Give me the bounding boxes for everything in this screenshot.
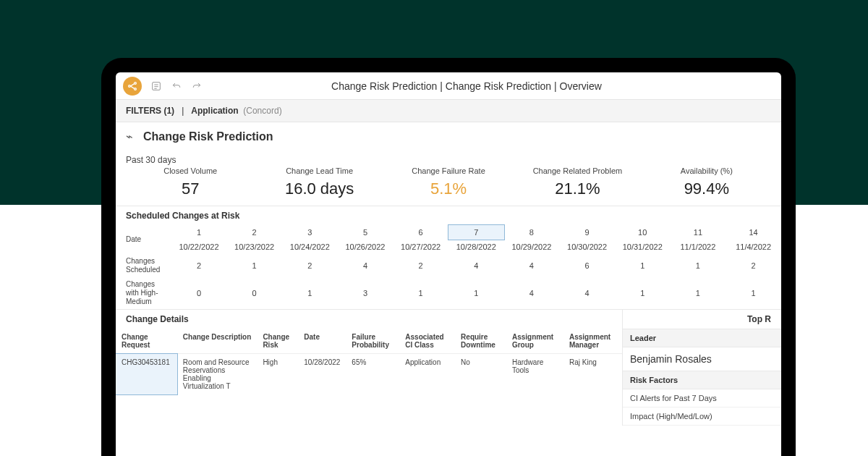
change-details-title: Change Details: [126, 314, 189, 324]
column-header[interactable]: Date: [298, 329, 346, 354]
data-cell[interactable]: 1: [448, 277, 504, 309]
kpi-card[interactable]: Change Lead Time16.0 days: [255, 166, 383, 198]
column-date-cell[interactable]: 10/31/2022: [615, 240, 671, 254]
time-range-label: Past 30 days: [116, 151, 781, 166]
change-request-cell[interactable]: CHG30453181: [116, 354, 177, 395]
data-cell[interactable]: 4: [448, 254, 504, 277]
assignment-group-cell: Hardware Tools: [506, 354, 563, 395]
data-cell[interactable]: 1: [671, 277, 726, 309]
undo-icon[interactable]: [171, 80, 182, 92]
column-count-cell[interactable]: 14: [726, 225, 781, 240]
data-cell[interactable]: 0: [171, 277, 227, 309]
right-panel: Top R Leader Benjamin Rosales Risk Facto…: [622, 310, 781, 426]
column-count-cell[interactable]: 1: [171, 225, 227, 240]
column-date-cell[interactable]: 11/1/2022: [671, 240, 726, 254]
data-cell[interactable]: 2: [282, 254, 338, 277]
data-cell[interactable]: 1: [282, 277, 338, 309]
filter-key: Application: [191, 106, 238, 116]
data-cell[interactable]: 3: [338, 277, 393, 309]
data-cell[interactable]: 0: [226, 277, 282, 309]
table-row[interactable]: CHG30453181 Room and Resource Reservatio…: [116, 354, 622, 395]
data-cell[interactable]: 2: [171, 254, 227, 277]
kpi-label: Closed Volume: [126, 166, 255, 175]
table-row: Changes Scheduled21242446112: [116, 254, 781, 277]
column-header[interactable]: Require Downtime: [455, 329, 506, 354]
data-cell[interactable]: 2: [726, 254, 781, 277]
svg-point-0: [129, 85, 131, 87]
data-cell[interactable]: 6: [559, 254, 615, 277]
column-count-cell[interactable]: 3: [282, 225, 338, 240]
column-count-cell[interactable]: 5: [338, 225, 393, 240]
kpi-card[interactable]: Change Related Problem21.1%: [513, 166, 642, 198]
data-cell[interactable]: 1: [671, 254, 726, 277]
leader-value: Benjamin Rosales: [623, 347, 781, 371]
kpi-value: 21.1%: [513, 180, 642, 198]
leader-header: Leader: [623, 329, 781, 347]
table-row: Change RequestChange DescriptionChange R…: [116, 329, 622, 354]
column-count-cell[interactable]: 11: [671, 225, 726, 240]
change-details-table: Change RequestChange DescriptionChange R…: [116, 329, 622, 394]
kpi-row: Closed Volume57Change Lead Time16.0 days…: [116, 166, 781, 206]
data-cell[interactable]: 1: [226, 254, 282, 277]
date-header: Date: [116, 225, 171, 254]
data-cell[interactable]: 1: [615, 254, 671, 277]
kpi-label: Availability (%): [642, 166, 771, 175]
kpi-card[interactable]: Closed Volume57: [126, 166, 255, 198]
downtime-cell: No: [455, 354, 506, 395]
column-count-cell[interactable]: 9: [559, 225, 615, 240]
kpi-card[interactable]: Availability (%)99.4%: [642, 166, 771, 198]
column-header[interactable]: Assignment Group: [506, 329, 563, 354]
column-count-cell[interactable]: 2: [226, 225, 282, 240]
data-cell[interactable]: 4: [338, 254, 393, 277]
scheduled-changes-table: Date 12356789101114 10/22/202210/23/2022…: [116, 225, 781, 309]
column-date-cell[interactable]: 10/26/2022: [338, 240, 393, 254]
kpi-card[interactable]: Change Failure Rate5.1%: [384, 166, 513, 198]
failure-prob-cell: 65%: [346, 354, 399, 395]
column-header[interactable]: Failure Probability: [346, 329, 399, 354]
filters-bar[interactable]: FILTERS (1) | Application (Concord): [116, 100, 781, 122]
column-date-cell[interactable]: 10/22/2022: [171, 240, 227, 254]
change-date-cell: 10/28/2022: [298, 354, 346, 395]
list-icon[interactable]: [150, 80, 162, 92]
app-logo-icon[interactable]: [123, 77, 142, 96]
risk-factor-item[interactable]: Impact (High/Med/Low): [623, 408, 781, 426]
data-cell[interactable]: 1: [726, 277, 781, 309]
change-description-cell: Room and Resource Reservations Enabling …: [177, 354, 258, 395]
column-date-cell[interactable]: 10/28/2022: [448, 240, 504, 254]
app-screen: Change Risk Prediction | Change Risk Pre…: [116, 72, 781, 456]
redo-icon[interactable]: [191, 80, 203, 92]
data-cell[interactable]: 1: [393, 277, 448, 309]
risk-factors-header: Risk Factors: [623, 371, 781, 389]
data-cell[interactable]: 4: [504, 277, 560, 309]
kpi-label: Change Lead Time: [255, 166, 383, 175]
row-label: Changes Scheduled: [116, 254, 171, 277]
kpi-label: Change Failure Rate: [384, 166, 513, 175]
column-date-cell[interactable]: 10/23/2022: [226, 240, 282, 254]
data-cell[interactable]: 2: [393, 254, 448, 277]
column-header[interactable]: Associated CI Class: [399, 329, 455, 354]
data-cell[interactable]: 4: [559, 277, 615, 309]
breadcrumb: Change Risk Prediction | Change Risk Pre…: [211, 80, 722, 92]
filter-value: (Concord): [243, 106, 281, 116]
column-date-cell[interactable]: 10/30/2022: [559, 240, 615, 254]
row-label: Changes with High-Medium: [116, 277, 171, 309]
table-row: Date 12356789101114: [116, 225, 781, 240]
svg-point-2: [135, 88, 137, 90]
column-date-cell[interactable]: 11/4/2022: [726, 240, 781, 254]
kpi-value: 57: [126, 180, 255, 198]
column-date-cell[interactable]: 10/27/2022: [393, 240, 448, 254]
column-header[interactable]: Change Request: [116, 329, 177, 354]
column-count-cell[interactable]: 7: [448, 225, 504, 240]
column-date-cell[interactable]: 10/24/2022: [282, 240, 338, 254]
data-cell[interactable]: 1: [615, 277, 671, 309]
risk-factor-item[interactable]: CI Alerts for Past 7 Days: [623, 389, 781, 408]
data-cell[interactable]: 4: [504, 254, 560, 277]
column-date-cell[interactable]: 10/29/2022: [504, 240, 560, 254]
column-header[interactable]: Assignment Manager: [563, 329, 622, 354]
column-count-cell[interactable]: 8: [504, 225, 560, 240]
column-header[interactable]: Change Description: [177, 329, 258, 354]
column-header[interactable]: Change Risk: [257, 329, 298, 354]
column-count-cell[interactable]: 6: [393, 225, 448, 240]
column-count-cell[interactable]: 10: [615, 225, 671, 240]
svg-point-1: [135, 82, 137, 84]
